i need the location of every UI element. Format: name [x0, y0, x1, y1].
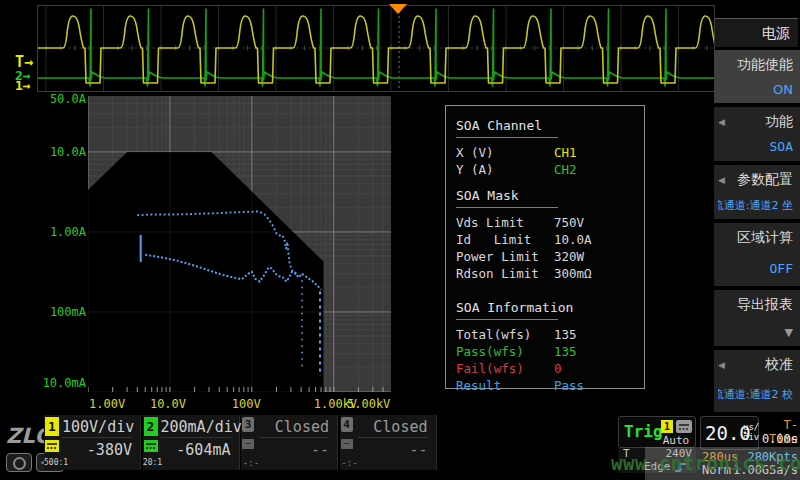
soa-mask-title: SOA Mask: [456, 188, 644, 203]
sidebar-item-parameter-config[interactable]: ◀ 参数配置 流通道:通道2 坐: [714, 165, 800, 219]
channel-scale: Closed: [259, 418, 329, 438]
channel-3-module[interactable]: Closed --3 – -:-: [241, 415, 338, 470]
sidebar-item-area-calc[interactable]: 区域计算 OFF: [714, 223, 800, 286]
y-tick-label: 10.0mA: [36, 376, 86, 390]
underline: [456, 319, 558, 320]
item-label: 功能使能: [737, 56, 793, 72]
soa-xy-plot: [88, 96, 391, 392]
y-tick-label: 50.0A: [36, 92, 86, 106]
channel-offset: --: [259, 441, 329, 460]
x-tick-label: 10.0V: [150, 397, 186, 411]
channel-number-badge: 2: [144, 417, 158, 436]
item-value: OFF: [718, 261, 793, 276]
probe-ratio: 20:1: [143, 458, 163, 467]
dc-coupling-icon: [144, 440, 158, 452]
sidebar-item-export-report[interactable]: 导出报表 ▼: [714, 290, 800, 346]
chevron-left-icon: ◀: [718, 360, 725, 370]
item-value: 流通道:通道2 校: [718, 387, 793, 402]
item-label: 参数配置: [737, 171, 793, 187]
probe-ratio: -:-: [241, 458, 261, 468]
trigger-status-box[interactable]: Trig 1 Auto: [618, 416, 696, 448]
underline: [456, 137, 558, 138]
channel-scale: 200mA/div: [161, 418, 231, 438]
soa-row-total: Total(wfs)135: [456, 326, 644, 343]
channel-number-badge: 4: [341, 417, 353, 432]
coupling-off-icon: –: [341, 439, 353, 449]
ch1-ground-marker[interactable]: 1→: [15, 78, 31, 93]
sidebar-power-button[interactable]: 电源: [714, 18, 798, 47]
x-tick-label: 100V: [232, 397, 261, 411]
sidebar-item-calibration[interactable]: ◀ 校准 流通道:通道2 校: [714, 350, 800, 412]
waveform-strip: [37, 5, 715, 92]
item-label: 区域计算: [737, 229, 793, 245]
trigger-coupling-icon: [676, 420, 692, 433]
soa-row-x: X (V)CH1: [456, 144, 644, 161]
timebase-unit-top: us/: [743, 422, 759, 432]
soa-information-title: SOA Information: [456, 300, 644, 315]
soa-row-y: Y (A)CH2: [456, 161, 644, 178]
channel-4-module[interactable]: Closed --4 – -:-: [340, 415, 437, 470]
soa-row-fail: Fail(wfs)0: [456, 360, 644, 377]
channel-2-module[interactable]: 200mA/div -604mA2 20:1: [143, 415, 240, 470]
channel-offset: --: [358, 441, 428, 460]
y-tick-label: 1.00A: [36, 225, 86, 239]
watermark-text: www.cntronics.com: [611, 452, 800, 474]
touch-icon[interactable]: [6, 453, 32, 472]
soa-row-rdson: Rdson Limit300mΩ: [456, 265, 644, 282]
oscilloscope-screen: T→ 2→ 1→ 50.0A10.0A1.00A100mA10.0mA 1.00…: [0, 0, 800, 480]
soa-channel-title: SOA Channel: [456, 118, 644, 133]
sidebar-item-function[interactable]: ◀ 功能 SOA: [714, 107, 800, 161]
dc-coupling-icon: [45, 440, 59, 452]
channel-offset: -604mA: [161, 441, 231, 460]
probe-ratio: -:-: [340, 458, 360, 468]
trigger-source-badge: 1: [661, 420, 673, 433]
item-label: 功能: [765, 113, 793, 129]
y-tick-label: 10.0A: [36, 145, 86, 159]
item-label: 校准: [765, 356, 793, 372]
x-tick-label: 1.00V: [89, 397, 125, 411]
chevron-down-icon: ▼: [718, 326, 793, 339]
x-tick-label: 5.00kV: [347, 397, 390, 411]
soa-row-id: Id Limit10.0A: [456, 231, 644, 248]
channel-number-badge: 3: [242, 417, 254, 432]
soa-row-power: Power Limit320W: [456, 248, 644, 265]
item-value: ON: [718, 82, 793, 97]
chevron-left-icon: ◀: [718, 117, 725, 127]
underline: [456, 207, 558, 208]
y-tick-label: 100mA: [36, 305, 86, 319]
channel-scale: Closed: [358, 418, 428, 438]
channel-number-badge: 1: [45, 417, 59, 436]
coupling-off-icon: –: [242, 439, 254, 449]
soa-row-result: ResultPass: [456, 377, 644, 394]
item-value: 流通道:通道2 坐: [718, 198, 793, 213]
channel-1-module[interactable]: 100V/div -380V1 500:1: [44, 415, 141, 470]
ch1-marker-arrow-icon: →: [23, 78, 31, 93]
sidebar-item-function-enable[interactable]: 功能使能 ON: [714, 50, 800, 103]
ch1-marker-label: 1: [15, 78, 23, 93]
t-time-value: 0.00s: [750, 432, 798, 446]
item-label: 导出报表: [737, 296, 793, 312]
soa-row-pass: Pass(wfs)135: [456, 343, 644, 360]
soa-info-panel: SOA Channel X (V)CH1 Y (A)CH2 SOA Mask V…: [445, 105, 645, 389]
channel-scale: 100V/div: [62, 418, 132, 438]
trigger-position-marker-icon[interactable]: [389, 4, 407, 14]
soa-row-vds: Vds Limit750V: [456, 214, 644, 231]
trig-label: Trig: [624, 422, 663, 441]
chevron-left-icon: ◀: [718, 175, 725, 185]
trigger-mode: Auto: [659, 434, 693, 447]
item-value: SOA: [718, 139, 793, 154]
channel-offset: -380V: [62, 441, 132, 460]
probe-ratio: 500:1: [44, 458, 64, 467]
